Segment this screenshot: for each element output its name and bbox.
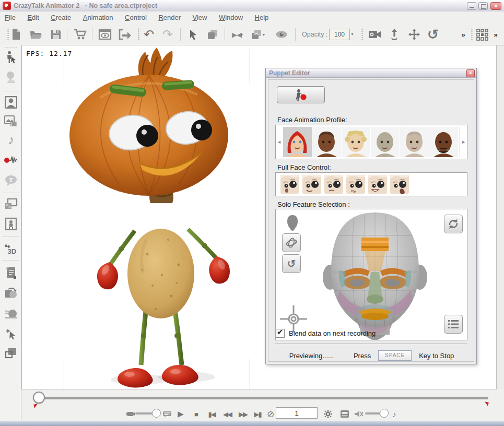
puppet-editor-title[interactable]: Puppet Editor bbox=[266, 68, 476, 78]
mirror-dropdown[interactable]: ▼ bbox=[239, 27, 244, 42]
full-face-thumb-grin[interactable] bbox=[368, 174, 388, 194]
settings-button[interactable] bbox=[321, 408, 335, 420]
rewind-button[interactable]: ◀◀ bbox=[220, 408, 235, 420]
face-profile-avatar[interactable] bbox=[283, 127, 312, 157]
layout-grid-button[interactable] bbox=[474, 27, 490, 42]
volume-slider-handle[interactable] bbox=[380, 409, 389, 418]
render-frame-button[interactable] bbox=[338, 408, 351, 420]
sidebar-voice-record-tool[interactable] bbox=[4, 153, 18, 168]
move-tool-button[interactable] bbox=[406, 27, 422, 42]
sidebar-prop-tool[interactable] bbox=[4, 70, 18, 85]
save-project-button[interactable] bbox=[48, 27, 64, 42]
preview-button[interactable] bbox=[97, 27, 113, 42]
link-dropdown[interactable]: ▼ bbox=[261, 27, 266, 42]
convert-3d-icon: 3D bbox=[4, 243, 18, 256]
face-profile-avatar[interactable] bbox=[429, 127, 458, 157]
sidebar-composer-tool[interactable] bbox=[4, 217, 18, 231]
menu-animation[interactable]: Animation bbox=[78, 11, 118, 21]
sidebar-grip[interactable] bbox=[5, 46, 17, 48]
blend-data-checkbox[interactable]: ✔ bbox=[276, 329, 285, 338]
profile-scroll-left-icon[interactable]: ◄ bbox=[276, 139, 283, 145]
puppet-record-icon bbox=[293, 89, 309, 101]
menu-control[interactable]: Control bbox=[120, 11, 151, 21]
full-face-thumb-open[interactable] bbox=[390, 174, 409, 194]
sidebar-actor-select-tool[interactable] bbox=[4, 50, 18, 65]
redo-button[interactable]: ↷ bbox=[160, 27, 175, 42]
speed-min-button[interactable] bbox=[125, 408, 136, 420]
fast-forward-button[interactable]: ▶▶ bbox=[236, 408, 250, 420]
full-face-thumb-frown[interactable] bbox=[324, 174, 344, 194]
undo-button[interactable]: ↶ bbox=[141, 27, 157, 42]
duplicate-button[interactable] bbox=[205, 27, 220, 42]
sidebar-audio-tool[interactable]: ♪ bbox=[4, 133, 18, 147]
maximize-button[interactable] bbox=[478, 2, 488, 10]
menu-create[interactable]: Create bbox=[46, 11, 76, 21]
visibility-button[interactable] bbox=[274, 27, 289, 42]
stop-button[interactable]: ■ bbox=[190, 408, 203, 420]
export-icon bbox=[118, 28, 132, 41]
minimize-button[interactable] bbox=[467, 2, 476, 10]
vertical-move-icon bbox=[389, 28, 400, 41]
menu-file[interactable]: File bbox=[0, 11, 20, 21]
frame-number-input[interactable]: 1 bbox=[276, 407, 318, 419]
camera-view-button[interactable] bbox=[367, 27, 382, 42]
menu-help[interactable]: Help bbox=[250, 11, 274, 21]
rotate-tool-button[interactable]: ↺ bbox=[425, 27, 441, 42]
speed-slider-handle[interactable] bbox=[152, 409, 161, 418]
sidebar-pick-tool[interactable] bbox=[4, 326, 18, 340]
elevate-tool-button[interactable] bbox=[386, 27, 402, 42]
menu-view[interactable]: View bbox=[188, 11, 212, 21]
refresh-view-button[interactable] bbox=[444, 215, 463, 233]
refresh-icon bbox=[447, 218, 460, 230]
sidebar-layer-tool[interactable] bbox=[4, 346, 18, 360]
menu-window[interactable]: Window bbox=[214, 11, 248, 21]
select-tool-button[interactable] bbox=[185, 27, 201, 42]
opacity-value[interactable]: 100 bbox=[329, 29, 350, 40]
close-button[interactable]: × bbox=[490, 2, 501, 10]
full-face-thumb-pout[interactable] bbox=[280, 174, 300, 194]
play-button[interactable]: ▶ bbox=[174, 408, 187, 420]
sidebar-script-tool[interactable] bbox=[4, 266, 18, 280]
reset-rotation-button[interactable]: ↺ bbox=[282, 254, 301, 273]
caption-button[interactable] bbox=[161, 408, 173, 420]
sidebar-head-tool[interactable] bbox=[4, 95, 18, 110]
sidebar-physics-tool[interactable] bbox=[4, 306, 18, 321]
full-face-thumb-sad[interactable] bbox=[346, 174, 366, 194]
sidebar-text-tool[interactable]: T bbox=[4, 173, 18, 188]
content-store-button[interactable] bbox=[72, 27, 88, 42]
new-project-button[interactable] bbox=[8, 27, 24, 42]
menu-edit[interactable]: Edit bbox=[22, 11, 43, 21]
full-face-thumb-smile[interactable] bbox=[302, 174, 322, 194]
profile-scroll-right-icon[interactable]: ► bbox=[460, 139, 467, 145]
range-end-marker[interactable] bbox=[484, 401, 488, 406]
timeline-handle[interactable] bbox=[33, 392, 45, 404]
range-start-marker[interactable] bbox=[33, 404, 38, 408]
puppet-editor-close-icon[interactable]: × bbox=[466, 69, 475, 77]
toolbar-overflow-1[interactable]: » bbox=[459, 27, 468, 42]
face-profile-avatar[interactable] bbox=[342, 127, 370, 157]
sidebar-transform-tool[interactable] bbox=[4, 286, 18, 301]
sidebar-media-tool[interactable] bbox=[4, 114, 18, 128]
puppet-record-button[interactable] bbox=[277, 86, 325, 103]
feature-list-button[interactable] bbox=[444, 315, 463, 334]
face-3d-model[interactable] bbox=[312, 209, 438, 340]
export-button[interactable] bbox=[117, 27, 133, 42]
solo-feature-box[interactable]: ↺ bbox=[275, 209, 467, 340]
open-project-button[interactable] bbox=[28, 27, 44, 42]
toolbar-overflow-2[interactable]: » bbox=[491, 27, 500, 42]
mute-button[interactable] bbox=[353, 408, 365, 420]
menu-render[interactable]: Render bbox=[154, 11, 185, 21]
timeline-track[interactable] bbox=[40, 397, 488, 399]
sidebar-3d-tool[interactable]: 3D bbox=[4, 242, 18, 257]
go-to-start-button[interactable]: ▮◀ bbox=[204, 408, 219, 420]
opacity-dropdown[interactable]: ▼ bbox=[350, 32, 354, 36]
full-face-strip-thumbs bbox=[279, 174, 411, 194]
go-to-end-button[interactable]: ▶▮ bbox=[250, 408, 265, 420]
orbit-3d-button[interactable] bbox=[282, 233, 301, 252]
tool-sidebar: ♪ T 3D bbox=[0, 45, 21, 421]
face-profile-avatar[interactable] bbox=[371, 127, 400, 157]
sidebar-scene-tool[interactable] bbox=[4, 197, 18, 211]
shape-transform-icon bbox=[4, 287, 18, 300]
face-profile-avatar[interactable] bbox=[400, 127, 429, 157]
face-profile-avatar[interactable] bbox=[312, 127, 341, 157]
